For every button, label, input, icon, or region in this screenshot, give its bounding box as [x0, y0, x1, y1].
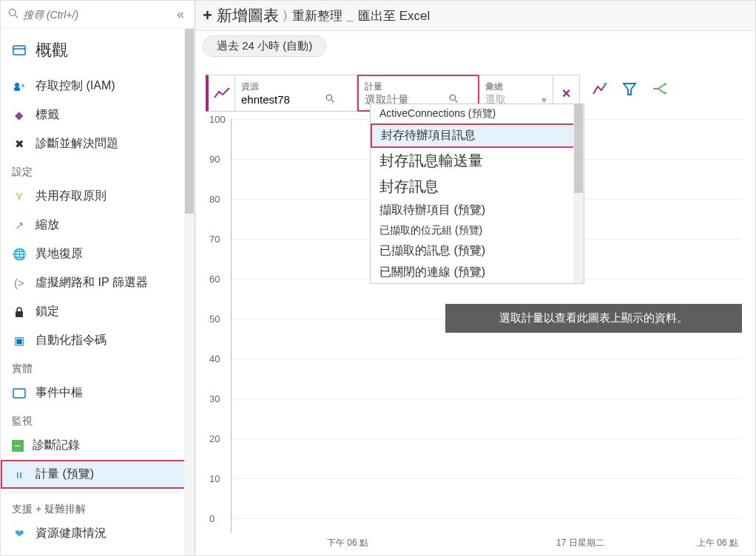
metric-option[interactable]: 已擷取的訊息 (預覽): [371, 240, 584, 262]
sidebar-item-scale[interactable]: ↗ 縮放: [1, 211, 187, 240]
sidebar-item-diagnose[interactable]: ✖ 診斷並解決問題: [1, 129, 187, 158]
line-chart-icon[interactable]: [586, 75, 614, 103]
eventhub-icon: [12, 387, 27, 400]
metric-option[interactable]: 已擷取的位元組 (預覽): [371, 221, 584, 240]
sidebar-item-label: 診斷記錄: [33, 438, 80, 453]
y-tick-label: 80: [209, 194, 220, 205]
search-input[interactable]: [23, 9, 174, 21]
new-chart-button[interactable]: 新增圖表: [217, 5, 279, 26]
x-tick-label: 下午 06 點: [327, 537, 368, 549]
sidebar-item-res-health[interactable]: ❤ 資源健康情況: [1, 519, 187, 548]
svg-marker-16: [664, 92, 667, 95]
lock-icon: [12, 305, 27, 319]
sidebar-item-label: 存取控制 (IAM): [36, 78, 115, 94]
globe-icon: 🌐: [12, 248, 27, 261]
sidebar-item-automation[interactable]: ▣ 自動化指令碼: [1, 326, 187, 355]
dropdown-scrollbar[interactable]: [573, 104, 584, 283]
metric-option[interactable]: 擷取待辦項目 (預覽): [371, 200, 584, 221]
sidebar-item-vnet[interactable]: (> 虛擬網路和 IP 篩選器: [1, 268, 187, 297]
svg-rect-7: [16, 311, 23, 317]
y-tick-label: 90: [209, 154, 220, 165]
time-range-pill[interactable]: 過去 24 小時 (自動): [203, 35, 326, 57]
sidebar-item-eventhub[interactable]: 事件中樞: [1, 379, 187, 407]
sidebar-item-metrics[interactable]: ıı 計量 (預覽): [1, 460, 187, 489]
collapse-sidebar-icon[interactable]: «: [174, 7, 187, 22]
script-icon: ▣: [12, 334, 27, 348]
y-tick-label: 0: [209, 513, 215, 524]
svg-rect-2: [13, 46, 25, 55]
y-tick-label: 30: [209, 393, 220, 404]
filter-icon[interactable]: [615, 75, 644, 103]
chart-type-icon[interactable]: [206, 75, 235, 112]
sidebar-item-diag-logs[interactable]: ~ 診斷記錄: [1, 431, 187, 460]
y-tick-label: 60: [209, 274, 220, 285]
gridline: [232, 478, 742, 479]
svg-point-4: [15, 83, 19, 87]
scale-icon: ↗: [12, 219, 27, 232]
sidebar-scrollbar[interactable]: [184, 29, 195, 555]
chart-toolbar: + 新增圖表 ) 重新整理 _ 匯出至 Excel: [195, 1, 755, 31]
sidebar-item-lock[interactable]: 鎖定: [1, 297, 187, 326]
sidebar-item-label: 自動化指令碼: [36, 333, 107, 348]
tools-icon: ✖: [12, 138, 27, 151]
svg-rect-8: [13, 389, 25, 398]
search-icon: [8, 8, 18, 21]
sidebar-item-label: 虛擬網路和 IP 篩選器: [36, 275, 148, 291]
split-icon[interactable]: [645, 75, 673, 103]
sidebar-search-row: «: [1, 1, 195, 29]
gridline: [232, 438, 742, 439]
metric-option[interactable]: 已關閉的連線 (預覽): [371, 262, 584, 283]
sidebar-item-iam[interactable]: 存取控制 (IAM): [1, 72, 187, 101]
section-monitor: 監視: [1, 407, 187, 431]
sidebar-item-label: 事件中樞: [36, 385, 83, 401]
sidebar-item-label: 診斷並解決問題: [36, 136, 118, 152]
agg-label: 彙總: [485, 81, 547, 93]
svg-line-12: [455, 100, 457, 102]
svg-point-11: [450, 95, 455, 100]
plus-icon: +: [203, 6, 212, 25]
sidebar-item-geodr[interactable]: 🌐 異地復原: [1, 240, 187, 268]
sidebar-item-label: 異地復原: [36, 246, 83, 262]
svg-point-13: [604, 83, 607, 86]
sidebar-item-overview[interactable]: 概觀: [1, 29, 187, 72]
metric-dropdown: ActiveConnections (預覽)封存待辦項目訊息封存訊息輸送量封存訊…: [370, 104, 584, 284]
chart-empty-message: 選取計量以查看此圖表上顯示的資料。: [445, 304, 742, 333]
sidebar-item-label: 資源健康情況: [36, 526, 107, 541]
gridline: [232, 399, 742, 399]
resource-input[interactable]: [241, 93, 323, 106]
sidebar-item-label: 鎖定: [36, 304, 59, 319]
y-tick-label: 70: [209, 234, 220, 245]
resource-selector[interactable]: 資源: [235, 75, 357, 112]
export-excel-button[interactable]: 匯出至 Excel: [358, 7, 430, 24]
svg-point-0: [9, 9, 16, 16]
tag-icon: ◆: [12, 109, 27, 122]
sidebar-item-label: 概觀: [36, 39, 68, 61]
x-tick-label: 17 日星期二: [556, 537, 604, 549]
sidebar: « 概觀 存取控制 (IAM) ◆ 標籤 ✖ 診斷並解決問題 設定 Y 共用存: [1, 1, 195, 555]
vnet-icon: (>: [12, 277, 27, 290]
metric-label: 計量: [365, 81, 472, 93]
svg-marker-14: [624, 84, 635, 95]
y-tick-label: 20: [209, 433, 220, 444]
x-tick-label: 上午 06 點: [697, 537, 738, 549]
metric-option[interactable]: 封存訊息: [371, 174, 584, 200]
y-tick-label: 10: [209, 473, 220, 484]
resource-label: 資源: [241, 81, 351, 93]
metric-option[interactable]: 封存訊息輸送量: [371, 148, 584, 174]
iam-icon: [12, 80, 27, 93]
sidebar-item-shared-access[interactable]: Y 共用存取原則: [1, 182, 187, 211]
main-panel: + 新增圖表 ) 重新整理 _ 匯出至 Excel 過去 24 小時 (自動) …: [195, 1, 755, 555]
y-tick-label: 40: [209, 353, 220, 365]
sidebar-item-tags[interactable]: ◆ 標籤: [1, 101, 187, 129]
metric-option[interactable]: 封存待辦項目訊息: [371, 123, 584, 148]
svg-line-1: [15, 15, 18, 18]
gridline: [232, 359, 742, 359]
svg-rect-5: [14, 87, 20, 91]
section-entities: 實體: [1, 355, 187, 379]
key-icon: Y: [12, 190, 27, 203]
metrics-icon: ıı: [12, 468, 27, 481]
refresh-button[interactable]: 重新整理: [292, 7, 342, 24]
metric-option[interactable]: ActiveConnections (預覽): [371, 104, 584, 123]
diag-icon: ~: [12, 440, 24, 452]
gridline: [232, 518, 742, 519]
